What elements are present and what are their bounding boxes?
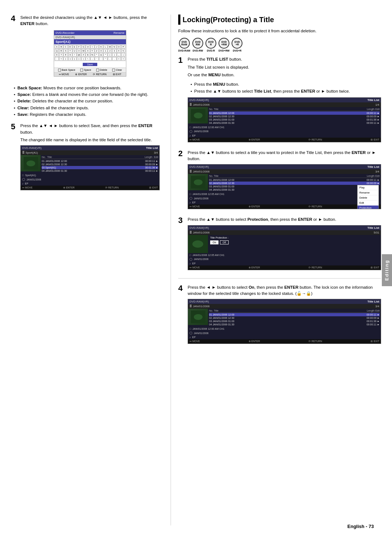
key-6[interactable]: 6 bbox=[55, 53, 59, 57]
key-5[interactable]: 5 bbox=[121, 49, 125, 53]
key-S[interactable]: S bbox=[64, 49, 68, 53]
key-R[interactable]: R bbox=[59, 49, 63, 53]
protection-off-button[interactable]: Off bbox=[220, 240, 228, 244]
key-minus[interactable]: - bbox=[55, 57, 59, 61]
right-screen1-footer: ⇔ MOVE⊕ ENTER⟳ RETURN⊞ EXIT bbox=[188, 138, 381, 142]
dvd-icon-label-plusrw: DVD+RW bbox=[219, 49, 229, 52]
key-apos[interactable]: ' bbox=[95, 57, 99, 61]
context-play[interactable]: Play bbox=[358, 185, 379, 190]
right-step2-block: 2 Press the ▲▼ buttons to select a title… bbox=[178, 150, 381, 212]
key-colon[interactable]: : bbox=[99, 57, 103, 61]
key-quote[interactable]: " bbox=[103, 57, 107, 61]
key-2[interactable]: 2 bbox=[108, 49, 112, 53]
dvd-icon-label-rw: DVD-RW bbox=[193, 49, 203, 52]
key-semi[interactable]: ; bbox=[90, 57, 94, 61]
key-under[interactable]: _ bbox=[117, 53, 121, 57]
key-X[interactable]: X bbox=[86, 49, 90, 53]
key-M[interactable]: M bbox=[108, 45, 112, 49]
key-Z[interactable]: Z bbox=[95, 49, 99, 53]
right-step1-block: 1 Press the TITLE LIST button. The Title… bbox=[178, 56, 381, 145]
key-lbracket[interactable]: [ bbox=[64, 57, 68, 61]
key-at[interactable]: @ bbox=[77, 53, 81, 57]
right-screen4-row2: 02 JAN/01/2006 12:3000:00:09 ► bbox=[209, 316, 380, 320]
key-star[interactable]: * bbox=[103, 53, 107, 57]
key-rbrace[interactable]: } bbox=[77, 57, 81, 61]
right-screen1-header-right: Title List bbox=[367, 98, 379, 102]
delete-box bbox=[96, 69, 99, 72]
dvd-icon-circle-plusrw: DVD+RW bbox=[219, 38, 229, 49]
right-screen4-subheader: ≣ JAN/01/2006 3/4 bbox=[188, 304, 381, 309]
key-V[interactable]: V bbox=[77, 49, 81, 53]
key-I[interactable]: I bbox=[90, 45, 94, 49]
nav-move: ⇔ MOVE bbox=[59, 73, 69, 76]
context-edit[interactable]: Edit bbox=[358, 200, 379, 206]
right-step2-content: Press the ▲▼ buttons to select a title y… bbox=[188, 150, 381, 212]
key-Q[interactable]: Q bbox=[55, 49, 59, 53]
key-1[interactable]: 1 bbox=[103, 49, 107, 53]
key-D[interactable]: D bbox=[68, 45, 72, 49]
key-3[interactable]: 3 bbox=[112, 49, 116, 53]
right-screen2-list-header: No.TitleLengthEdit bbox=[209, 175, 380, 178]
key-plus[interactable]: + bbox=[121, 53, 125, 57]
right-step1-number: 1 bbox=[178, 56, 185, 64]
dvd-icon-circle-ram: DVDRAM bbox=[179, 38, 190, 49]
key-9[interactable]: 9 bbox=[68, 53, 72, 57]
key-P[interactable]: P bbox=[121, 45, 125, 49]
save-button[interactable]: Save bbox=[83, 63, 97, 66]
context-rename[interactable]: Rename bbox=[358, 190, 379, 195]
protection-on-button[interactable]: On bbox=[210, 240, 219, 244]
key-F[interactable]: F bbox=[77, 45, 81, 49]
key-rparen[interactable]: ) bbox=[112, 53, 116, 57]
key-hash[interactable]: # bbox=[81, 53, 85, 57]
rename-subheader: DVD-RAM(VR) bbox=[54, 35, 126, 39]
key-H[interactable]: H bbox=[86, 45, 90, 49]
key-comma[interactable]: , bbox=[108, 57, 112, 61]
key-0[interactable]: 0 bbox=[99, 49, 103, 53]
key-G[interactable]: G bbox=[81, 45, 85, 49]
key-lbrace[interactable]: { bbox=[73, 57, 77, 61]
key-C[interactable]: C bbox=[64, 45, 68, 49]
key-W[interactable]: W bbox=[81, 49, 85, 53]
key-Y[interactable]: Y bbox=[90, 49, 94, 53]
right-screen2-header: DVD-RAM(VR) Title List bbox=[188, 165, 381, 169]
right-screen4-sub-right: 3/4 bbox=[375, 305, 379, 308]
dvd-icon-label-plusr: DVD+R bbox=[233, 49, 242, 52]
key-pipe[interactable]: | bbox=[81, 57, 85, 61]
right-screen2-info1: □JAN/01/2006 12:05 AM CH1 bbox=[188, 192, 381, 196]
page: 4 Select the desired characters using th… bbox=[0, 0, 392, 540]
right-screen4-sub-left: ≣ JAN/01/2006 bbox=[189, 305, 209, 308]
key-excl[interactable]: ! bbox=[73, 53, 77, 57]
context-protection[interactable]: Protection bbox=[358, 206, 379, 209]
key-K[interactable]: K bbox=[99, 45, 103, 49]
key-A[interactable]: A bbox=[55, 45, 59, 49]
key-percent[interactable]: % bbox=[90, 53, 94, 57]
key-dollar[interactable]: $ bbox=[86, 53, 90, 57]
key-L[interactable]: L bbox=[103, 45, 107, 49]
key-rbracket[interactable]: ] bbox=[68, 57, 72, 61]
key-caret[interactable]: ^ bbox=[95, 53, 99, 57]
key-E[interactable]: E bbox=[73, 45, 77, 49]
right-screen2-sub-right: 3/4 bbox=[375, 170, 379, 173]
key-U[interactable]: U bbox=[73, 49, 77, 53]
key-lparen[interactable]: ( bbox=[108, 53, 112, 57]
section-title: Locking(Protecting) a Title bbox=[178, 15, 381, 25]
key-N[interactable]: N bbox=[112, 45, 116, 49]
screen5-body: No.TitleLengthEdit 01 JAN/01/2006 12:000… bbox=[21, 155, 159, 173]
key-dot[interactable]: . bbox=[112, 57, 116, 61]
key-backslash[interactable]: \ bbox=[86, 57, 90, 61]
bullet-save: Save: Registers the character inputs. bbox=[14, 111, 160, 118]
key-8[interactable]: 8 bbox=[64, 53, 68, 57]
dvd-icon-circle-rw: DVDRW bbox=[192, 38, 203, 49]
svg-point-10 bbox=[194, 314, 203, 320]
key-T[interactable]: T bbox=[68, 49, 72, 53]
key-lt[interactable]: < bbox=[117, 57, 121, 61]
key-amp[interactable]: & bbox=[99, 53, 103, 57]
key-J[interactable]: J bbox=[95, 45, 99, 49]
key-B[interactable]: B bbox=[59, 45, 63, 49]
key-eq[interactable]: = bbox=[59, 57, 63, 61]
key-7[interactable]: 7 bbox=[59, 53, 63, 57]
key-4[interactable]: 4 bbox=[117, 49, 121, 53]
context-delete[interactable]: Delete bbox=[358, 195, 379, 200]
key-O[interactable]: O bbox=[117, 45, 121, 49]
key-gt[interactable]: > bbox=[121, 57, 125, 61]
